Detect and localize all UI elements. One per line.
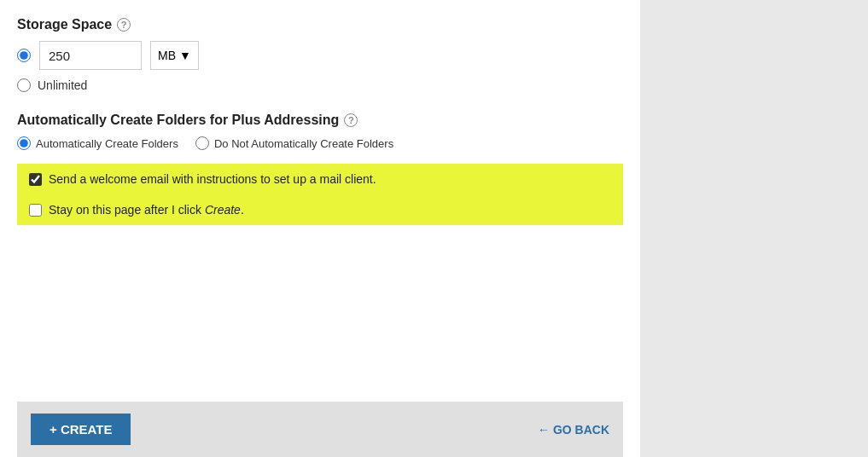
- stay-on-page-suffix: .: [241, 203, 244, 217]
- right-panel: [640, 0, 868, 457]
- no-auto-create-radio[interactable]: [195, 136, 209, 150]
- storage-limited-radio[interactable]: [17, 49, 31, 62]
- storage-unit-label: MB: [158, 49, 176, 62]
- storage-unlimited-label: Unlimited: [38, 78, 87, 92]
- storage-limited-row: MB ▼: [17, 41, 623, 70]
- create-button[interactable]: + CREATE: [31, 414, 131, 445]
- welcome-email-checkbox[interactable]: [29, 173, 42, 186]
- main-panel: Storage Space ? MB ▼ Unlimited Automatic…: [0, 0, 640, 457]
- go-back-link[interactable]: ← GO BACK: [538, 423, 609, 437]
- storage-unlimited-radio[interactable]: [17, 78, 31, 92]
- stay-on-page-italic: Create: [205, 203, 241, 217]
- auto-folders-label: Automatically Create Folders for Plus Ad…: [17, 113, 339, 128]
- no-auto-create-label: Do Not Automatically Create Folders: [214, 137, 393, 150]
- storage-value-input[interactable]: [39, 41, 142, 70]
- storage-unit-arrow-icon: ▼: [179, 49, 191, 62]
- storage-unit-dropdown[interactable]: MB ▼: [150, 41, 199, 70]
- storage-unlimited-row: Unlimited: [17, 78, 623, 92]
- auto-folders-options: Automatically Create Folders Do Not Auto…: [17, 136, 623, 150]
- auto-folders-heading: Automatically Create Folders for Plus Ad…: [17, 113, 623, 128]
- auto-folders-section: Automatically Create Folders for Plus Ad…: [17, 113, 623, 150]
- storage-space-help-icon[interactable]: ?: [117, 18, 131, 32]
- go-back-arrow-icon: ←: [538, 423, 550, 437]
- highlighted-area: Send a welcome email with instructions t…: [17, 164, 623, 225]
- stay-on-page-row: Stay on this page after I click Create.: [17, 194, 623, 225]
- go-back-label: GO BACK: [553, 423, 609, 437]
- storage-space-heading: Storage Space ?: [17, 17, 623, 32]
- stay-on-page-prefix: Stay on this page after I click: [49, 203, 205, 217]
- auto-create-radio[interactable]: [17, 136, 31, 150]
- welcome-email-label: Send a welcome email with instructions t…: [49, 172, 376, 186]
- auto-create-label: Automatically Create Folders: [36, 137, 178, 150]
- create-button-label: + CREATE: [50, 422, 112, 437]
- stay-on-page-label: Stay on this page after I click Create.: [49, 203, 244, 217]
- footer-bar: + CREATE ← GO BACK: [17, 402, 623, 457]
- auto-create-option: Automatically Create Folders: [17, 136, 178, 150]
- stay-on-page-checkbox[interactable]: [29, 204, 42, 217]
- no-auto-create-option: Do Not Automatically Create Folders: [195, 136, 393, 150]
- welcome-email-row: Send a welcome email with instructions t…: [17, 164, 623, 194]
- storage-space-label: Storage Space: [17, 17, 112, 32]
- auto-folders-help-icon[interactable]: ?: [344, 113, 358, 127]
